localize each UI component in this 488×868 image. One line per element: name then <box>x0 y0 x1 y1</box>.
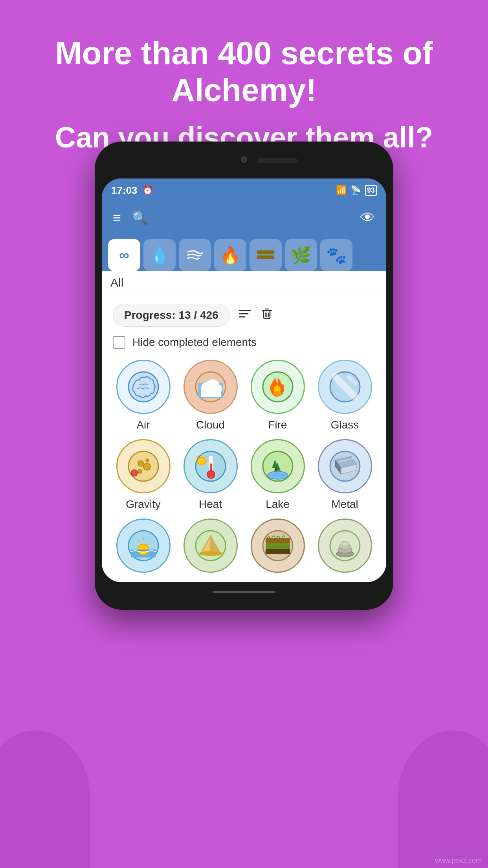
signal-icon: 📶 <box>336 185 347 195</box>
svg-point-33 <box>198 457 205 465</box>
hide-completed-row[interactable]: Hide completed elements <box>113 336 375 349</box>
elements-grid: Air <box>113 360 375 511</box>
svg-rect-18 <box>201 389 221 397</box>
element-bottom1[interactable] <box>113 519 174 573</box>
app-toolbar: ≡ 🔍 👁 <box>102 202 386 234</box>
element-name-cloud: Cloud <box>196 419 225 431</box>
toolbar-right: 👁 <box>360 210 375 226</box>
progress-separator: / <box>191 309 200 321</box>
home-indicator <box>213 591 275 593</box>
element-heat[interactable]: Heat <box>180 439 241 511</box>
alarm-icon: ⏰ <box>142 185 153 195</box>
svg-point-44 <box>270 473 286 477</box>
progress-current: 13 <box>179 309 191 321</box>
svg-rect-31 <box>210 463 212 471</box>
element-circle-bottom1 <box>116 519 171 573</box>
blob-left <box>0 730 90 868</box>
svg-rect-63 <box>266 543 290 549</box>
progress-badge: Progress: 13 / 426 <box>113 304 230 327</box>
bottom-row <box>113 519 375 573</box>
element-name-gravity: Gravity <box>126 498 161 511</box>
status-left: 17:03 ⏰ <box>111 184 153 197</box>
svg-point-25 <box>138 469 142 473</box>
category-tabs: ∞ 💧 🔥 <box>102 234 386 271</box>
cloud-icon <box>193 369 228 405</box>
desert-icon <box>193 528 228 563</box>
svg-point-69 <box>341 541 349 546</box>
status-right: 📶 📡 93 <box>336 185 377 196</box>
status-time: 17:03 <box>111 184 138 197</box>
svg-rect-64 <box>266 549 290 554</box>
wind-svg <box>185 246 204 265</box>
camera <box>241 156 247 163</box>
phone-bottom-bar <box>102 582 386 602</box>
wifi-icon: 📡 <box>350 185 361 195</box>
element-name-heat: Heat <box>199 498 222 511</box>
element-name-metal: Metal <box>331 498 358 511</box>
progress-label-prefix: Progress: <box>124 309 179 321</box>
category-tab-plant[interactable]: 🌿 <box>285 239 317 271</box>
menu-icon[interactable]: ≡ <box>113 210 121 226</box>
battery-icon: 93 <box>365 185 377 196</box>
category-tab-all[interactable]: ∞ <box>108 239 140 271</box>
element-glass[interactable]: Glass <box>314 360 375 431</box>
element-bottom3[interactable] <box>247 519 308 573</box>
blob-right <box>398 730 488 868</box>
svg-point-60 <box>199 551 222 556</box>
element-circle-heat <box>183 439 238 493</box>
status-bar: 17:03 ⏰ 📶 📡 93 <box>102 178 386 202</box>
element-air[interactable]: Air <box>113 360 174 431</box>
fire-icon <box>260 369 295 405</box>
element-gravity[interactable]: Gravity <box>113 439 174 511</box>
sort-icon[interactable] <box>238 307 252 324</box>
progress-total: 426 <box>200 309 218 321</box>
element-name-air: Air <box>136 419 150 431</box>
svg-point-26 <box>146 459 149 462</box>
search-icon[interactable]: 🔍 <box>132 210 148 225</box>
svg-point-24 <box>143 463 150 470</box>
hero-title: More than 400 secrets of Alchemy! <box>24 35 464 109</box>
element-bottom4[interactable] <box>314 519 375 573</box>
svg-point-23 <box>138 461 143 466</box>
element-circle-gravity <box>116 439 171 493</box>
glass-icon <box>327 369 363 405</box>
element-cloud[interactable]: Cloud <box>180 360 241 431</box>
category-tab-wind[interactable] <box>179 239 211 271</box>
element-circle-lake <box>251 439 305 493</box>
element-metal[interactable]: Metal <box>314 439 375 511</box>
element-lake[interactable]: Lake <box>247 439 308 511</box>
svg-line-37 <box>196 456 198 457</box>
svg-rect-2 <box>257 256 274 259</box>
main-content: Progress: 13 / 426 <box>102 294 386 582</box>
trash-icon[interactable] <box>260 307 274 324</box>
element-name-glass: Glass <box>331 419 359 431</box>
category-tab-water[interactable]: 💧 <box>143 239 176 271</box>
hide-completed-checkbox[interactable] <box>113 336 125 349</box>
bg-bottom <box>0 593 488 868</box>
rocks-icon <box>327 528 363 563</box>
element-circle-glass <box>318 360 372 414</box>
element-circle-air <box>116 360 171 414</box>
category-tab-animal[interactable]: 🐾 <box>320 239 352 271</box>
element-circle-bottom4 <box>318 519 372 573</box>
element-circle-bottom3 <box>251 519 305 573</box>
phone-top-bar <box>102 149 386 177</box>
soil-icon <box>260 528 295 563</box>
air-icon <box>126 369 161 405</box>
element-fire[interactable]: Fire <box>247 360 308 431</box>
svg-point-20 <box>273 391 281 396</box>
gravity-icon <box>126 449 161 484</box>
eye-icon[interactable]: 👁 <box>360 210 375 226</box>
category-tab-fire[interactable]: 🔥 <box>214 239 246 271</box>
hide-completed-label: Hide completed elements <box>132 336 257 349</box>
heat-icon <box>193 449 228 484</box>
svg-rect-0 <box>257 250 274 254</box>
earth-svg <box>255 245 276 265</box>
element-circle-bottom2 <box>183 519 238 573</box>
progress-section: Progress: 13 / 426 <box>113 304 375 327</box>
element-bottom2[interactable] <box>180 519 241 573</box>
element-circle-metal <box>318 439 372 493</box>
watermark: www.pxxz.com <box>435 857 482 865</box>
category-tab-earth[interactable] <box>250 239 282 271</box>
phone-screen: 17:03 ⏰ 📶 📡 93 ≡ 🔍 👁 <box>102 178 386 582</box>
